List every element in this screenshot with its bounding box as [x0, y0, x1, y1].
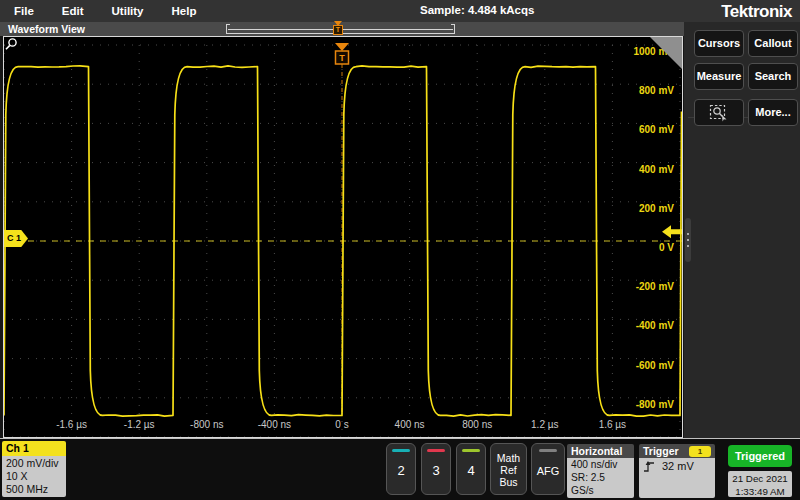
svg-text:-400 ns: -400 ns: [258, 419, 291, 430]
svg-text:-800 ns: -800 ns: [190, 419, 223, 430]
svg-text:800 mV: 800 mV: [639, 85, 674, 96]
svg-text:400 ns: 400 ns: [395, 419, 425, 430]
svg-text:0 s: 0 s: [335, 419, 348, 430]
magnifier-icon: [4, 37, 18, 51]
svg-text:400 mV: 400 mV: [639, 164, 674, 175]
trigger-level-arrow[interactable]: [662, 225, 682, 238]
menu-edit[interactable]: Edit: [48, 5, 98, 17]
trigger-title: Trigger: [643, 445, 679, 457]
menu-utility[interactable]: Utility: [98, 5, 158, 17]
afg-label: AFG: [532, 465, 564, 477]
search-button[interactable]: Search: [748, 63, 798, 90]
rising-edge-icon: [643, 460, 656, 473]
x-axis-labels: -1.6 µs-1.2 µs-800 ns-400 ns0 s400 ns800…: [56, 419, 626, 430]
ch1-bandwidth: 500 MHz: [6, 483, 62, 496]
triggered-status-badge: Triggered: [728, 445, 792, 467]
svg-text:-800 mV: -800 mV: [636, 399, 675, 410]
tektronix-logo: Tektronix: [721, 2, 792, 22]
trigger-badge-title: Trigger 1: [639, 444, 715, 458]
sample-count-readout: Sample: 4.484 kAcqs: [420, 4, 534, 16]
trigger-badge-body: 32 mV: [639, 458, 715, 498]
trigger-position-flag[interactable]: T: [335, 43, 349, 64]
horizontal-sample-rate: SR: 2.5 GS/s: [571, 472, 630, 498]
channel3-color-bar: [427, 449, 445, 452]
channel4-color-bar: [462, 449, 480, 452]
afg-color-bar: [539, 449, 557, 452]
control-panel: Cursors Callout Measure Search More...: [684, 22, 800, 440]
cursors-button[interactable]: Cursors: [694, 30, 744, 57]
settings-bar: Ch 1 200 mV/div 10 X 500 MHz 2 3 4 Math …: [0, 438, 800, 500]
channel1-badge-body: 200 mV/div 10 X 500 MHz: [2, 456, 66, 497]
waveform-view-header: Waveform View T: [0, 22, 684, 36]
math-ref-bus-button[interactable]: Math Ref Bus: [490, 443, 527, 495]
measure-button[interactable]: Measure: [694, 63, 744, 90]
horizontal-scale: 400 ns/div: [571, 459, 630, 472]
menu-file[interactable]: File: [0, 5, 48, 17]
trigger-t-icon: T: [333, 25, 343, 35]
svg-text:-400 mV: -400 mV: [636, 320, 675, 331]
afg-button[interactable]: AFG: [531, 443, 565, 495]
datetime-display[interactable]: 21 Dec 2021 1:33:49 AM: [728, 471, 792, 497]
ch1-probe: 10 X: [6, 470, 62, 483]
panel-splitter-handle[interactable]: [685, 218, 691, 262]
date-value: 21 Dec 2021: [728, 472, 792, 485]
channel2-label: 2: [387, 463, 415, 478]
oscilloscope-screen: File Edit Utility Help Sample: 4.484 kAc…: [0, 0, 800, 500]
trigger-badge[interactable]: Trigger 1 32 mV: [639, 444, 715, 498]
overview-right-bracket: [451, 24, 455, 34]
channel3-label: 3: [422, 463, 450, 478]
trigger-source-chip: 1: [689, 446, 711, 457]
svg-text:-200 mV: -200 mV: [636, 281, 675, 292]
bus-label: Bus: [491, 476, 526, 488]
zoom-corner-icon[interactable]: [650, 37, 682, 69]
svg-text:-1.6 µs: -1.6 µs: [56, 419, 87, 430]
math-label: Math: [491, 452, 526, 464]
svg-text:600 mV: 600 mV: [639, 124, 674, 135]
svg-text:200 mV: 200 mV: [639, 203, 674, 214]
svg-text:-600 mV: -600 mV: [636, 360, 675, 371]
svg-text:800 ns: 800 ns: [462, 419, 492, 430]
channel2-button[interactable]: 2: [386, 443, 416, 495]
channel1-badge[interactable]: Ch 1 200 mV/div 10 X 500 MHz: [2, 441, 66, 497]
horizontal-badge-body: 400 ns/div SR: 2.5 GS/s RL: 10 kpts: [567, 458, 634, 498]
menu-help[interactable]: Help: [158, 5, 211, 17]
waveform-plot-svg: 1000 mV800 mV600 mV400 mV200 mV0 V-200 m…: [4, 37, 682, 437]
trigger-level-value: 32 mV: [662, 460, 694, 473]
channel4-label: 4: [457, 463, 485, 478]
more-button[interactable]: More...: [748, 99, 798, 126]
menu-bar: File Edit Utility Help Sample: 4.484 kAc…: [0, 0, 800, 22]
zoom-select-button[interactable]: [694, 99, 744, 126]
time-value: 1:33:49 AM: [728, 485, 792, 498]
horizontal-record-length: RL: 10 kpts: [571, 497, 630, 498]
channel3-button[interactable]: 3: [421, 443, 451, 495]
horizontal-badge-title: Horizontal: [567, 444, 634, 458]
channel2-color-bar: [392, 449, 410, 452]
channel4-button[interactable]: 4: [456, 443, 486, 495]
svg-text:1.6 µs: 1.6 µs: [599, 419, 626, 430]
svg-text:-1.2 µs: -1.2 µs: [124, 419, 155, 430]
channel1-badge-title: Ch 1: [2, 441, 66, 456]
waveform-view-title: Waveform View: [8, 23, 85, 35]
waveform-graticule[interactable]: 1000 mV800 mV600 mV400 mV200 mV0 V-200 m…: [3, 36, 683, 438]
svg-text:0 V: 0 V: [659, 242, 674, 253]
ch1-scale: 200 mV/div: [6, 457, 62, 470]
overview-left-bracket: [226, 24, 230, 34]
ref-label: Ref: [491, 464, 526, 476]
callout-button[interactable]: Callout: [748, 30, 798, 57]
svg-text:T: T: [339, 53, 345, 63]
svg-text:1.2 µs: 1.2 µs: [531, 419, 558, 430]
horizontal-badge[interactable]: Horizontal 400 ns/div SR: 2.5 GS/s RL: 1…: [567, 444, 634, 498]
zoom-select-icon: [709, 104, 729, 122]
overview-trigger-marker[interactable]: T: [333, 21, 344, 36]
